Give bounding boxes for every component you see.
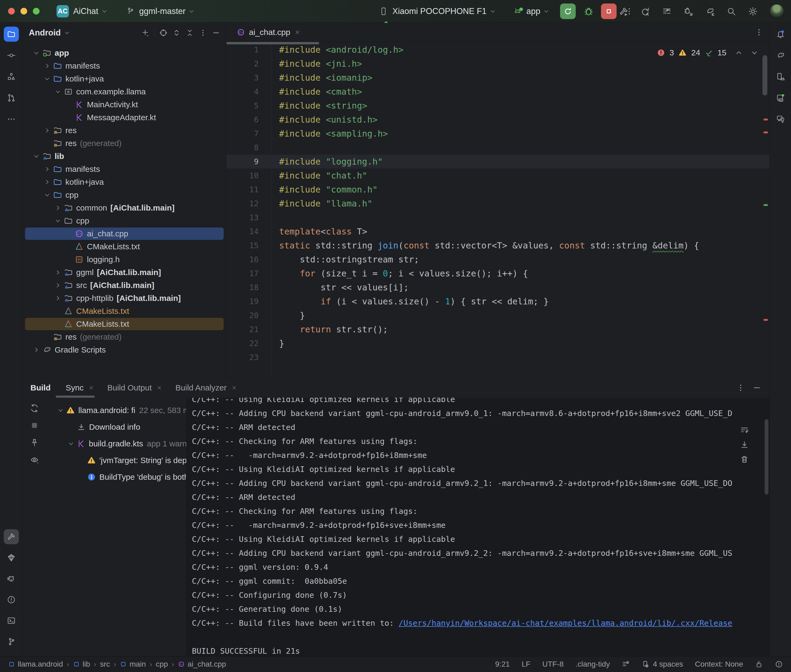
tab-ai-chat-cpp[interactable]: C+ ai_chat.cpp <box>232 23 306 42</box>
code-line-18[interactable]: 18 str << values[i]; <box>226 280 770 294</box>
build-tree-item[interactable]: build.gradle.ktsapp 1 warning <box>46 435 186 452</box>
code-line-7[interactable]: 7#include <sampling.h> <box>226 126 770 141</box>
tree-item-common[interactable]: common[AiChat.lib.main] <box>23 202 226 214</box>
tree-item-kotlin-java[interactable]: kotlin+java <box>23 72 226 85</box>
stop-button[interactable] <box>601 3 616 19</box>
close-icon[interactable] <box>231 384 237 391</box>
chevron-down-icon[interactable] <box>54 88 62 96</box>
breadcrumb-llama-android[interactable]: llama.android <box>8 660 63 669</box>
code-line-3[interactable]: 3#include <iomanip> <box>226 71 770 85</box>
editor-options-button[interactable] <box>754 28 764 37</box>
tree-item-manifests[interactable]: manifests <box>23 59 226 72</box>
code-line-22[interactable]: 22} <box>226 336 770 350</box>
project-view-selector[interactable]: Android <box>29 28 61 38</box>
code-line-21[interactable]: 21 return str.str(); <box>226 322 770 336</box>
build-output-path-link[interactable]: /Users/hanyin/Workspace/ai-chat/examples… <box>399 619 732 628</box>
build-hammer-run-button[interactable] <box>619 6 629 16</box>
tool-version-control[interactable] <box>4 634 19 649</box>
tree-item-cmakelists-txt[interactable]: CMakeLists.txt <box>23 318 226 331</box>
next-problem-icon[interactable] <box>750 48 759 57</box>
status-4-spaces[interactable]: 4 spaces <box>642 660 683 669</box>
tree-item-logging-h[interactable]: Hlogging.h <box>23 253 226 266</box>
status-9-21[interactable]: 9:21 <box>495 660 510 669</box>
scroll-to-end-button[interactable] <box>740 440 749 450</box>
tree-item-manifests[interactable]: manifests <box>23 163 226 176</box>
status-lock-open[interactable] <box>755 660 763 668</box>
editor-scrollbar-thumb[interactable] <box>762 55 767 96</box>
tree-item-src[interactable]: src[AiChat.lib.main] <box>23 279 226 292</box>
rerun-button[interactable] <box>560 3 576 19</box>
chevron-right-icon[interactable] <box>32 346 40 354</box>
code-line-10[interactable]: 10#include "chat.h" <box>226 169 770 182</box>
expand-all-button[interactable] <box>172 29 181 37</box>
change-stripe-mark[interactable] <box>764 204 768 206</box>
chevron-right-icon[interactable] <box>54 282 62 289</box>
code-line-23[interactable]: 23 <box>226 350 770 364</box>
build-tree-item[interactable]: llama.android: fi22 sec, 583 ms <box>46 402 186 419</box>
chevron-right-icon[interactable] <box>54 294 62 302</box>
tree-item-lib[interactable]: lib <box>23 150 226 163</box>
error-stripe-mark[interactable] <box>764 319 768 321</box>
device-selector[interactable]: Xiaomi POCOPHONE F1 <box>379 6 496 16</box>
tree-item-ai-chat-cpp[interactable]: C+ai_chat.cpp <box>23 227 226 240</box>
tool-terminal[interactable] <box>4 613 19 628</box>
code-line-8[interactable]: 8 <box>226 141 770 155</box>
tree-item-res[interactable]: res(generated) <box>23 331 226 343</box>
tree-item-cpp-httplib[interactable]: cpp-httplib[AiChat.lib.main] <box>23 292 226 305</box>
apply-code-changes-button[interactable] <box>662 6 672 16</box>
more-kebab-button[interactable] <box>199 29 207 37</box>
breadcrumb-src[interactable]: src <box>100 660 110 669</box>
tool-running-devices[interactable] <box>773 90 788 106</box>
status-context-none[interactable]: Context: None <box>695 660 743 669</box>
chevron-right-icon[interactable] <box>54 269 62 276</box>
tree-item-res[interactable]: res(generated) <box>23 137 226 150</box>
tool-more[interactable] <box>4 112 19 126</box>
status-problems-small[interactable] <box>775 660 783 668</box>
restart-activity-button[interactable]: A <box>640 6 650 16</box>
prev-problem-icon[interactable] <box>735 48 743 57</box>
minimize-icon[interactable] <box>752 383 761 392</box>
chevron-right-icon[interactable] <box>43 165 51 173</box>
sync-gradle-button[interactable] <box>705 6 715 16</box>
window-minimize-button[interactable] <box>21 8 27 14</box>
chevron-right-icon[interactable] <box>54 204 62 212</box>
kebab-icon[interactable] <box>736 383 745 392</box>
chevron-down-icon[interactable] <box>43 191 51 199</box>
code-line-15[interactable]: 15static std::string join(const std::vec… <box>226 238 770 253</box>
build-tab-sync[interactable]: Sync <box>66 383 95 392</box>
breadcrumb-cpp[interactable]: cpp <box>156 660 168 669</box>
collapse-all-button[interactable] <box>185 29 194 37</box>
tree-item-cpp[interactable]: cpp <box>23 214 226 227</box>
breadcrumb-lib[interactable]: lib <box>73 660 90 669</box>
chevron-right-icon[interactable] <box>43 178 51 186</box>
tool-gradle-elephant[interactable] <box>773 48 788 63</box>
branch-selector[interactable]: ggml-master <box>126 6 195 16</box>
breadcrumb-ai-chat-cpp[interactable]: C+ai_chat.cpp <box>178 660 226 669</box>
locate-target-button[interactable] <box>159 29 168 37</box>
tool-structure[interactable] <box>4 69 19 84</box>
build-console[interactable]: C/C++: -- Using KleidiAI optimized kerne… <box>186 398 770 656</box>
console-scrollbar-thumb[interactable] <box>765 419 769 494</box>
breadcrumb-main[interactable]: main <box>120 660 146 669</box>
debug-button[interactable] <box>583 6 594 17</box>
chevron-down-icon[interactable] <box>43 75 51 83</box>
code-line-5[interactable]: 5#include <string> <box>226 99 770 113</box>
build-tree-item[interactable]: 'jvmTarget: String' is deprec <box>46 452 186 469</box>
tool-logcat[interactable] <box>4 571 19 586</box>
project-selector[interactable]: AC AiChat <box>56 5 108 18</box>
chevron-down-icon[interactable] <box>54 217 62 224</box>
add-button[interactable] <box>141 29 150 37</box>
code-line-12[interactable]: 12#include "llama.h" <box>226 197 770 211</box>
user-avatar[interactable] <box>770 4 784 19</box>
chevron-down-icon[interactable] <box>57 406 64 414</box>
tree-item-kotlin-java[interactable]: kotlin+java <box>23 176 226 189</box>
build-tree-item[interactable]: Download info <box>46 419 186 435</box>
close-icon[interactable] <box>156 384 162 391</box>
code-line-16[interactable]: 16 std::ostringstream str; <box>226 253 770 267</box>
code-line-20[interactable]: 20 } <box>226 309 770 322</box>
window-close-button[interactable] <box>8 8 15 14</box>
status-formatter-off[interactable] <box>622 660 630 668</box>
soft-wrap-button[interactable] <box>740 426 749 435</box>
clear-trash-button[interactable] <box>740 455 749 464</box>
chevron-down-icon[interactable] <box>67 440 75 448</box>
